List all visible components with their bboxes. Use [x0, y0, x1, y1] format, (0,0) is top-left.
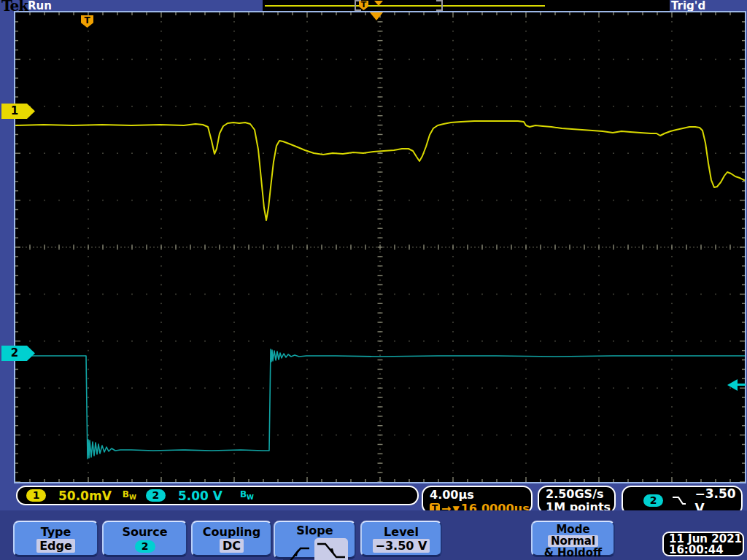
trace-ch2 [16, 349, 745, 459]
type-value: Edge [36, 539, 75, 553]
slope-label: Slope [275, 524, 355, 537]
trigger-slope-button[interactable]: Slope [274, 521, 356, 559]
trigger-level-arrow-tail [738, 384, 746, 386]
level-label: Level [362, 525, 441, 539]
source-value-badge: 2 [135, 540, 155, 553]
expansion-point-triangle-icon[interactable] [370, 12, 383, 20]
record-waveform-line [265, 5, 545, 7]
level-value: −3.50 V [373, 539, 430, 553]
channel-readout-box[interactable]: 1 50.0mV BW 2 5.00 V BW [16, 486, 419, 505]
trigger-source-badge[interactable]: 2 [643, 494, 663, 507]
ch1-scale-readout: 50.0mV [58, 489, 112, 503]
source-label: Source [104, 525, 186, 539]
trigger-coupling-button[interactable]: Coupling DC [191, 521, 272, 557]
rising-slope-icon[interactable] [282, 544, 311, 560]
record-view-strip[interactable]: T [263, 0, 670, 11]
trigger-mode-button[interactable]: Mode Normal & Holdoff [531, 521, 615, 557]
trigger-source-button[interactable]: Source 2 [102, 521, 187, 557]
trigger-level-arrow-icon[interactable] [727, 379, 738, 391]
ch1-bandwidth-limit-icon: BW [123, 489, 136, 501]
trigger-type-button[interactable]: Type Edge [13, 521, 98, 557]
falling-slope-icon [316, 540, 347, 560]
coupling-value: DC [220, 539, 244, 553]
coupling-label: Coupling [193, 525, 271, 539]
type-label: Type [15, 525, 97, 539]
mode-value2: & Holdoff [533, 547, 614, 559]
mode-value: Normal [548, 535, 598, 547]
mode-label: Mode [533, 524, 614, 535]
falling-edge-icon [672, 495, 686, 506]
oscilloscope-screen: Tek Run T Trig'd T 1 2 1 50.0mV BW 2 5.0… [0, 0, 747, 560]
record-delay-triangle-icon[interactable] [374, 1, 383, 6]
trigger-level-button[interactable]: Level −3.50 V [360, 521, 442, 557]
ch2-bandwidth-limit-icon: BW [240, 489, 254, 501]
waveform-display [15, 12, 745, 482]
ch2-scale-readout: 5.00 V [178, 489, 222, 503]
ch1-badge[interactable]: 1 [26, 489, 46, 502]
time-display: 16:00:44 [669, 545, 743, 556]
sample-rate: 2.50GS/s [546, 488, 614, 501]
datetime-box[interactable]: 11 Jun 2021 16:00:44 [662, 532, 744, 556]
timebase-scale: 4.00µs [430, 488, 531, 502]
record-window-bracket-right[interactable] [436, 0, 443, 11]
graticule [14, 11, 746, 483]
ch2-badge[interactable]: 2 [146, 489, 166, 502]
falling-slope-selected[interactable] [314, 538, 348, 560]
